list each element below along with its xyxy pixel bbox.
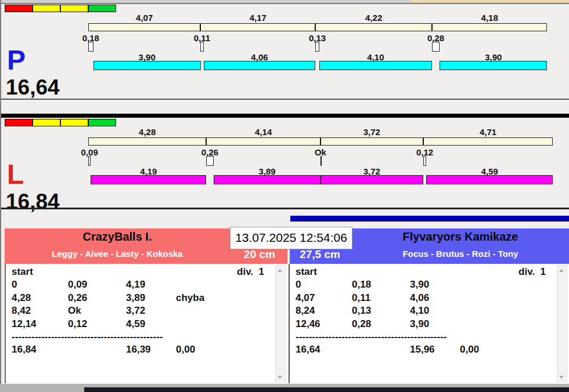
result-cell: 0,09 bbox=[68, 278, 87, 291]
totals-row: 16,8416,390,00 bbox=[6, 343, 287, 356]
lane-p-bottom-border bbox=[1, 99, 569, 100]
split-time-label: 4,07 bbox=[136, 13, 153, 22]
changeover-gap-box bbox=[206, 156, 213, 166]
result-header-row: start div. 1 bbox=[290, 266, 569, 278]
result-row: 12,460,283,90 bbox=[290, 318, 569, 331]
result-list[interactable]: start div. 1 00,183,904,070,114,068,240,… bbox=[289, 264, 569, 383]
result-cell: 3,90 bbox=[410, 278, 429, 291]
changeover-ok-tick bbox=[320, 156, 322, 166]
dog-run-time-label: 3,72 bbox=[363, 167, 380, 176]
taskbar-sliver bbox=[84, 387, 569, 392]
result-row: 00,183,90 bbox=[290, 278, 569, 291]
division-label: div. 1 bbox=[237, 266, 264, 278]
changeover-time-label: 0,26 bbox=[201, 148, 218, 157]
changeover-time-label: Ok bbox=[315, 148, 326, 157]
dog-run-bar bbox=[426, 175, 553, 184]
result-row: 12,140,124,59 bbox=[6, 318, 287, 331]
changeover-time-label: 0,13 bbox=[309, 34, 326, 42]
lane-l-section: 4,284,143,724,710,090,26Ok0,124,193,893,… bbox=[5, 119, 569, 208]
changeover-gap-box bbox=[423, 156, 427, 166]
result-cell: 8,42 bbox=[12, 304, 31, 317]
dog-run-time-label: 3,89 bbox=[258, 167, 275, 176]
changeover-gap-box bbox=[88, 42, 93, 52]
result-cell: 4,07 bbox=[296, 292, 315, 304]
split-total-bar bbox=[88, 23, 547, 31]
start-label: start bbox=[296, 266, 317, 278]
result-row: 4,070,114,06 bbox=[290, 292, 569, 304]
split-time-label: 4,18 bbox=[481, 13, 498, 22]
jump-height-label: 27,5 cm bbox=[291, 248, 349, 261]
scroll-down-icon[interactable] bbox=[557, 372, 566, 382]
total-cell: 16,84 bbox=[12, 343, 37, 356]
split-time-label: 4,17 bbox=[250, 13, 267, 22]
result-cell: 4,06 bbox=[410, 292, 429, 304]
result-cell: 4,19 bbox=[126, 278, 145, 291]
total-cell: 15,96 bbox=[410, 343, 435, 356]
split-time-label: 4,14 bbox=[255, 128, 272, 136]
team-name: Flyvaryors Kamikaze bbox=[352, 230, 569, 244]
total-cell: 0,00 bbox=[460, 343, 479, 356]
dog-run-bar bbox=[91, 175, 206, 184]
result-cell: 0 bbox=[12, 278, 17, 291]
result-header-row: start div. 1 bbox=[6, 266, 287, 278]
lane-total-time: 16,64 bbox=[6, 77, 60, 98]
result-cell: 0,28 bbox=[352, 318, 371, 331]
panel-top-border bbox=[0, 3, 569, 4]
changeover-time-label: 0,28 bbox=[427, 34, 444, 42]
changeover-gap-box bbox=[432, 42, 440, 52]
result-row: 00,094,19 bbox=[6, 278, 287, 291]
result-row: 4,280,263,89chyba bbox=[6, 292, 287, 304]
scroll-down-icon[interactable] bbox=[276, 372, 284, 382]
scrollbar[interactable] bbox=[557, 265, 567, 382]
changeover-gap-box bbox=[315, 42, 319, 52]
total-cell: 16,64 bbox=[296, 343, 320, 356]
result-cell: 12,14 bbox=[12, 318, 37, 331]
result-cell: 0,13 bbox=[352, 304, 371, 317]
race-progress-bar bbox=[290, 216, 569, 222]
team-dogs: Focus - Brutus - Rozi - Tony bbox=[352, 249, 569, 259]
changeover-time-label: 0,09 bbox=[81, 148, 98, 157]
result-row: 8,240,134,10 bbox=[290, 304, 569, 317]
jump-height-label: 20 cm bbox=[236, 248, 283, 261]
dog-run-time-label: 4,19 bbox=[140, 167, 157, 176]
result-cell: chyba bbox=[176, 292, 204, 304]
timestamp: 13.07.2025 12:54:06 bbox=[230, 227, 352, 249]
division-label: div. 1 bbox=[518, 266, 546, 278]
flyball-timer-window: 4,074,174,224,180,180,110,130,283,904,06… bbox=[0, 0, 569, 392]
split-divider-tick bbox=[315, 23, 316, 31]
dog-run-bar bbox=[93, 61, 201, 70]
result-cell: 0,18 bbox=[352, 278, 371, 291]
total-cell: 16,39 bbox=[126, 343, 151, 356]
changeover-time-label: 0,18 bbox=[82, 34, 99, 42]
lane-l-bottom-border bbox=[1, 208, 569, 209]
dog-run-time-label: 4,10 bbox=[367, 53, 384, 61]
result-list[interactable]: start div. 1 00,094,194,280,263,89chyba8… bbox=[5, 264, 287, 383]
result-cell: 3,90 bbox=[410, 318, 429, 331]
changeover-time-label: 0,12 bbox=[416, 148, 433, 157]
result-cell: 0,12 bbox=[68, 318, 87, 331]
window-left-border bbox=[0, 0, 1, 392]
dog-run-bar bbox=[319, 61, 433, 70]
dog-run-time-label: 4,59 bbox=[481, 167, 498, 176]
split-time-label: 4,71 bbox=[480, 128, 496, 136]
scroll-up-icon[interactable] bbox=[557, 266, 566, 275]
dog-run-bar bbox=[440, 61, 547, 70]
result-cell: 4,28 bbox=[12, 292, 31, 304]
dog-run-time-label: 3,90 bbox=[139, 53, 156, 61]
separator-row: ----------------------------------------… bbox=[296, 331, 461, 343]
scrollbar[interactable] bbox=[275, 265, 286, 382]
scroll-up-icon[interactable] bbox=[276, 266, 284, 275]
changeover-gap-box bbox=[88, 156, 91, 166]
team-name: CrazyBalls I. bbox=[5, 230, 230, 244]
split-divider-tick bbox=[200, 23, 201, 31]
split-divider-tick bbox=[206, 137, 207, 146]
result-rows: 00,094,194,280,263,89chyba8,42Ok3,7212,1… bbox=[6, 278, 287, 356]
dog-run-bar bbox=[320, 175, 423, 184]
dog-run-bar bbox=[204, 61, 316, 70]
result-cell: 0,11 bbox=[352, 292, 370, 304]
lane-chart: 4,284,143,724,710,090,26Ok0,124,193,893,… bbox=[5, 119, 569, 208]
result-cell: 8,24 bbox=[296, 304, 315, 317]
lane-p-section: 4,074,174,224,180,180,110,130,283,904,06… bbox=[5, 5, 569, 99]
changeover-time-label: 0,11 bbox=[194, 34, 210, 42]
lane-letter: P bbox=[7, 46, 26, 74]
